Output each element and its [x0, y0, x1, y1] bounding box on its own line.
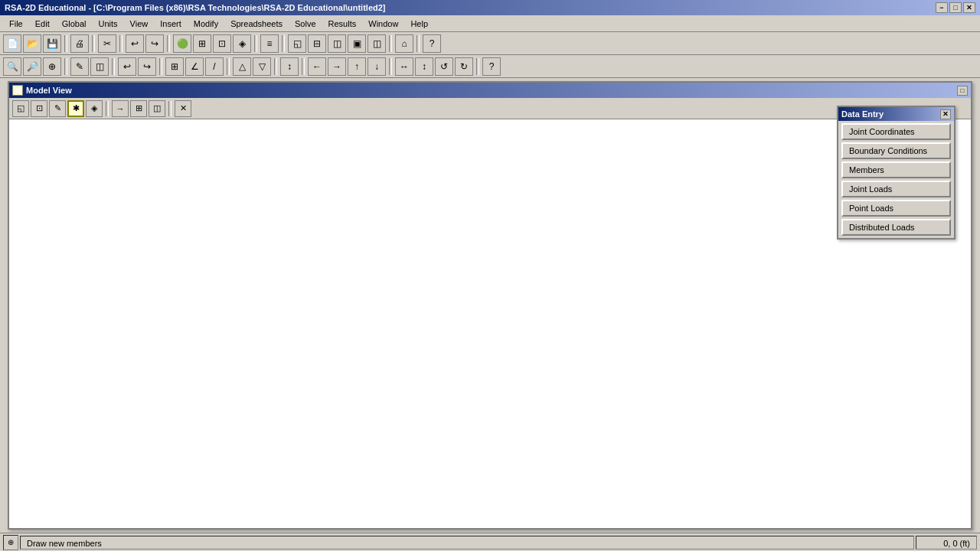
toolbar2-btn-right-load[interactable]: → — [328, 57, 346, 76]
mv-toolbar-btn-member-view[interactable]: ⊞ — [130, 100, 147, 117]
title-bar-controls: − □ ✕ — [936, 2, 975, 13]
main-area: ⊞ Model View □ ◱⊡✎✱◈→⊞◫✕ — [0, 78, 980, 533]
toolbar2-btn-section[interactable]: / — [205, 57, 224, 76]
close-btn[interactable]: ✕ — [963, 2, 975, 13]
title-bar: RSA-2D Educational - [C:\Program Files (… — [0, 0, 980, 15]
toolbar2-btn-pan-back[interactable]: ↩ — [118, 57, 136, 76]
menu-item-edit[interactable]: Edit — [29, 18, 56, 30]
toolbar2-btn-horiz[interactable]: ↔ — [395, 57, 413, 76]
menu-item-global[interactable]: Global — [56, 18, 93, 30]
model-view-window: ⊞ Model View □ ◱⊡✎✱◈→⊞◫✕ — [8, 81, 972, 530]
toolbar1-btn-grid[interactable]: ⊞ — [193, 34, 211, 53]
toolbar2-btn-member[interactable]: ⊞ — [165, 57, 184, 76]
toolbar1-btn-frame[interactable]: ◱ — [288, 34, 306, 53]
status-coords: 0, 0 (ft) — [916, 536, 977, 549]
title-bar-text: RSA-2D Educational - [C:\Program Files (… — [5, 3, 936, 12]
mv-toolbar-btn-rotate[interactable]: ◈ — [86, 100, 103, 117]
toolbar1-separator — [416, 35, 420, 52]
toolbar2-btn-help[interactable]: ? — [482, 57, 501, 76]
toolbar1-btn-table[interactable]: ⊡ — [213, 34, 231, 53]
toolbar2-separator — [159, 58, 162, 75]
toolbar1-separator — [282, 35, 285, 52]
toolbar1-btn-cut[interactable]: ✂ — [98, 34, 116, 53]
menu-item-units[interactable]: Units — [93, 18, 124, 30]
toolbar2-btn-zoom-window[interactable]: 🔍 — [3, 57, 21, 76]
toolbar2-btn-triangle[interactable]: △ — [233, 57, 251, 76]
menu-item-insert[interactable]: Insert — [154, 18, 188, 30]
toolbar2-btn-rot[interactable]: ↺ — [435, 57, 453, 76]
toolbar2-btn-updown[interactable]: ↕ — [280, 57, 299, 76]
model-view-controls: □ — [957, 86, 968, 96]
data-entry-titlebar: Data Entry ✕ — [838, 107, 954, 121]
toolbar1-btn-diamond[interactable]: ◈ — [233, 34, 251, 53]
toolbar2-btn-select-rect[interactable]: ◫ — [90, 57, 109, 76]
data-entry-close-btn[interactable]: ✕ — [940, 109, 951, 119]
toolbar2-separator — [389, 58, 392, 75]
toolbar1-btn-new[interactable]: 📄 — [3, 34, 21, 53]
menu-item-view[interactable]: View — [124, 18, 155, 30]
menu-item-window[interactable]: Window — [362, 18, 404, 30]
toolbar1-btn-print[interactable]: 🖨 — [70, 34, 89, 53]
toolbar2-btn-zoom-center[interactable]: ⊕ — [43, 57, 61, 76]
toolbar2-btn-angle[interactable]: ∠ — [185, 57, 204, 76]
mv-toolbar-btn-modify-members[interactable]: ✱ — [67, 100, 84, 117]
status-bar: ⊕ Draw new members 0, 0 (ft) — [0, 533, 980, 551]
data-entry-btn-point-loads[interactable]: Point Loads — [841, 200, 951, 217]
toolbar2-btn-up-load[interactable]: ↑ — [348, 57, 366, 76]
minimize-btn[interactable]: − — [936, 2, 948, 13]
toolbar1-btn-node[interactable]: 🟢 — [173, 34, 191, 53]
toolbar2-btn-zoom-out[interactable]: 🔎 — [23, 57, 41, 76]
mv-toolbar-btn-member-label[interactable]: ◫ — [149, 100, 165, 117]
maximize-btn[interactable]: □ — [949, 2, 962, 13]
toolbar1-btn-res1[interactable]: ⊟ — [308, 34, 326, 53]
toolbar2-separator — [64, 58, 67, 75]
toolbar2-btn-triangle2[interactable]: ▽ — [253, 57, 271, 76]
toolbar2-separator — [476, 58, 479, 75]
toolbar2-separator — [302, 58, 305, 75]
data-entry-panel: Data Entry ✕ Joint CoordinatesBoundary C… — [837, 106, 956, 240]
status-text: Draw new members — [20, 536, 914, 549]
toolbar2-btn-left-load[interactable]: ← — [308, 57, 326, 76]
data-entry-btn-boundary-conditions[interactable]: Boundary Conditions — [841, 142, 951, 159]
mv-toolbar-btn-delete[interactable]: ✕ — [175, 100, 191, 117]
toolbar1-btn-save[interactable]: 💾 — [43, 34, 61, 53]
mv-toolbar-btn-select[interactable]: ◱ — [12, 100, 29, 117]
toolbar1-btn-res2[interactable]: ◫ — [328, 34, 346, 53]
mv-maximize-btn[interactable]: □ — [957, 86, 968, 96]
data-entry-btn-members[interactable]: Members — [841, 161, 951, 178]
menu-item-spreadsheets[interactable]: Spreadsheets — [224, 18, 289, 30]
mv-toolbar-separator — [106, 101, 109, 116]
toolbar2-btn-pan-fwd[interactable]: ↪ — [138, 57, 156, 76]
toolbar2-separator — [227, 58, 230, 75]
model-view-icon: ⊞ — [12, 85, 23, 96]
toolbar1-btn-help[interactable]: ? — [423, 34, 441, 53]
toolbar1-separator — [92, 35, 95, 52]
toolbar1-separator — [64, 35, 67, 52]
toolbar1-btn-redo[interactable]: ↪ — [145, 34, 164, 53]
toolbar2-btn-vert[interactable]: ↕ — [415, 57, 433, 76]
mv-toolbar-btn-move-right[interactable]: → — [112, 100, 129, 117]
data-entry-btn-joint-loads[interactable]: Joint Loads — [841, 181, 951, 197]
mv-toolbar-btn-draw-new-members[interactable]: ✎ — [49, 100, 66, 117]
menu-item-solve[interactable]: Solve — [289, 18, 322, 30]
data-entry-btn-distributed-loads[interactable]: Distributed Loads — [841, 219, 951, 236]
toolbar1-separator — [167, 35, 170, 52]
data-entry-btn-joint-coordinates[interactable]: Joint Coordinates — [841, 123, 951, 140]
toolbar1-btn-solve[interactable]: ≡ — [260, 34, 279, 53]
menu-item-modify[interactable]: Modify — [188, 18, 224, 30]
mv-toolbar-btn-select-all[interactable]: ⊡ — [31, 100, 47, 117]
toolbar1-btn-view1[interactable]: ▣ — [348, 34, 366, 53]
toolbar1-btn-open[interactable]: 📂 — [23, 34, 41, 53]
toolbar1-separator — [119, 35, 122, 52]
model-view-titlebar: ⊞ Model View □ — [9, 83, 971, 98]
menu-item-help[interactable]: Help — [404, 18, 434, 30]
toolbar1-btn-home[interactable]: ⌂ — [395, 34, 413, 53]
toolbar2-btn-edit[interactable]: ✎ — [70, 57, 89, 76]
toolbar2-btn-unrot[interactable]: ↻ — [455, 57, 473, 76]
menu-item-results[interactable]: Results — [322, 18, 363, 30]
toolbar1-btn-view2[interactable]: ◫ — [368, 34, 386, 53]
menu-item-file[interactable]: File — [3, 18, 29, 30]
toolbar2-btn-down-load[interactable]: ↓ — [368, 57, 386, 76]
toolbar2-separator — [274, 58, 277, 75]
toolbar1-btn-undo[interactable]: ↩ — [126, 34, 144, 53]
